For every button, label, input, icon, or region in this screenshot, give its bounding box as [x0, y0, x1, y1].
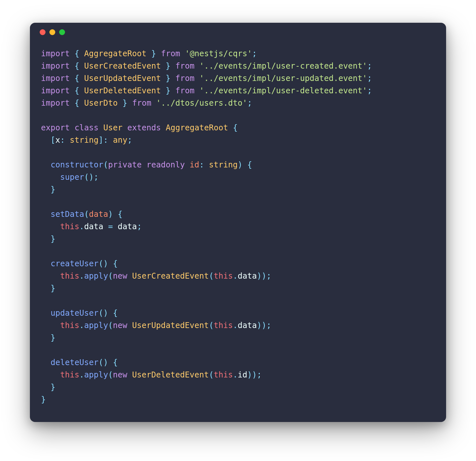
window-titlebar [30, 23, 446, 42]
kw-this: this [214, 321, 233, 330]
paren-close: ) [103, 259, 108, 268]
close-icon[interactable] [40, 29, 46, 35]
import-name: UserUpdatedEvent [84, 73, 161, 83]
import-path: '../events/impl/user-updated.event' [199, 73, 367, 83]
kw-this: this [60, 321, 79, 330]
brace-open: { [74, 49, 79, 58]
method-apply: apply [84, 271, 108, 281]
brace-close: } [41, 395, 46, 404]
brace-close: } [166, 61, 171, 71]
kw-this: this [214, 271, 233, 281]
brace-close: } [51, 333, 56, 342]
import-path: '../events/impl/user-created.event' [199, 61, 367, 71]
dot: . [233, 370, 238, 379]
kw-new: new [113, 271, 127, 281]
paren-close: ) [108, 209, 113, 219]
brace-close: } [166, 86, 171, 95]
method-deleteUser: deleteUser [51, 358, 99, 367]
kw-from: from [175, 61, 194, 71]
brace-open: { [113, 308, 118, 318]
zoom-icon[interactable] [59, 29, 65, 35]
minimize-icon[interactable] [49, 29, 55, 35]
dot: . [233, 321, 238, 330]
brace-close: } [123, 98, 127, 108]
import-name: UserDto [84, 98, 118, 108]
semi: ; [266, 271, 271, 281]
evt-class: UserUpdatedEvent [132, 321, 209, 330]
brace-close: } [51, 185, 56, 194]
code-line: setData(data) { [51, 209, 123, 219]
prop-data: data [238, 321, 257, 330]
import-name: UserDeletedEvent [84, 86, 161, 95]
paren-close: ) [257, 321, 262, 330]
kw-extends: extends [127, 123, 161, 132]
paren-open: ( [84, 209, 89, 219]
kw-readonly: readonly [147, 160, 185, 169]
semi: ; [137, 222, 142, 231]
constructor-kw: constructor [51, 160, 103, 169]
method-setData: setData [51, 209, 84, 219]
import-path: '../dtos/users.dto' [156, 98, 247, 108]
colon: : [60, 135, 65, 145]
code-line: updateUser() { [51, 308, 118, 318]
kw-import: import [41, 86, 70, 95]
semi: ; [367, 86, 372, 95]
brace-open: { [113, 358, 118, 367]
type-string: string [209, 160, 238, 169]
paren-close: ) [238, 160, 243, 169]
dot: . [79, 370, 84, 379]
type-any: any [113, 135, 127, 145]
param-id: id [190, 160, 199, 169]
code-line: this.apply(new UserDeletedEvent(this.id)… [60, 370, 262, 379]
code-line: [x: string]: any; [51, 135, 132, 145]
import-name: UserCreatedEvent [84, 61, 161, 71]
kw-class: class [74, 123, 99, 132]
colon: : [199, 160, 204, 169]
brace-close: } [166, 73, 171, 83]
super-call: super [60, 172, 84, 182]
kw-from: from [175, 73, 194, 83]
kw-private: private [108, 160, 142, 169]
code-line: import { UserDeletedEvent } from '../eve… [41, 86, 372, 95]
paren-close: ) [262, 271, 267, 281]
kw-export: export [41, 123, 70, 132]
brace-close: } [151, 49, 156, 58]
dot: . [79, 321, 84, 330]
eq: = [108, 222, 113, 231]
code-line: import { UserDto } from '../dtos/users.d… [41, 98, 252, 108]
brace-open: { [233, 123, 238, 132]
paren-open: ( [103, 160, 108, 169]
type-string: string [70, 135, 99, 145]
import-name: AggregateRoot [84, 49, 147, 58]
paren-open: ( [108, 370, 113, 379]
paren-close: ) [252, 370, 257, 379]
code-line: constructor(private readonly id: string)… [51, 160, 252, 169]
paren-close: ) [262, 321, 267, 330]
brace-open: { [74, 98, 79, 108]
paren-close: ) [257, 271, 262, 281]
code-line: deleteUser() { [51, 358, 118, 367]
evt-class: UserDeletedEvent [132, 370, 209, 379]
paren-open: ( [209, 271, 214, 281]
semi: ; [367, 73, 372, 83]
semi: ; [252, 49, 257, 58]
dot: . [79, 271, 84, 281]
paren-open: ( [108, 321, 113, 330]
kw-import: import [41, 73, 70, 83]
paren-close: ) [103, 308, 108, 318]
paren-open: ( [209, 370, 214, 379]
paren-open: ( [99, 308, 103, 318]
brace-close: } [51, 234, 56, 244]
brace-open: { [247, 160, 252, 169]
semi: ; [127, 135, 132, 145]
page-viewport: import { AggregateRoot } from '@nestjs/c… [0, 0, 476, 461]
code-line: import { AggregateRoot } from '@nestjs/c… [41, 49, 257, 58]
kw-this: this [60, 370, 79, 379]
code-line: import { UserCreatedEvent } from '../eve… [41, 61, 372, 71]
bracket-open: [ [51, 135, 56, 145]
paren-open: ( [209, 321, 214, 330]
semi: ; [247, 98, 252, 108]
brace-open: { [74, 73, 79, 83]
method-apply: apply [84, 370, 108, 379]
prop-data: data [238, 271, 257, 281]
